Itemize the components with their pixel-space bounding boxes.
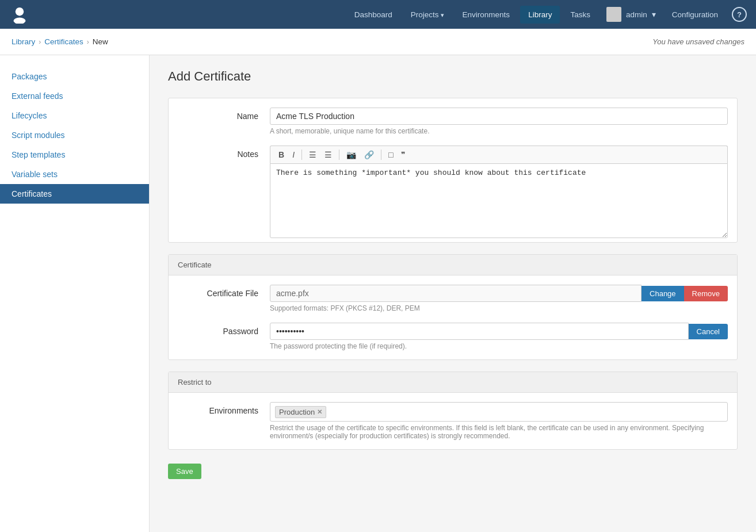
restrict-section: Restrict to Environments Production ✕ Re… (168, 372, 738, 450)
notes-code-button[interactable]: □ (385, 148, 396, 161)
change-cert-button[interactable]: Change (642, 286, 684, 301)
sidebar-item-variable-sets[interactable]: Variable sets (0, 164, 149, 184)
password-row: Password Cancel The password protecting … (178, 323, 728, 350)
breadcrumb: Library › Certificates › New (12, 37, 108, 46)
environments-hint: Restrict the usage of the certificate to… (270, 424, 728, 440)
password-input[interactable] (270, 323, 689, 340)
breadcrumb-sep-1: › (39, 38, 41, 46)
toolbar-sep-1 (301, 150, 302, 160)
sidebar-item-script-modules[interactable]: Script modules (0, 125, 149, 145)
name-row: Name A short, memorable, unique name for… (178, 108, 728, 135)
svg-point-1 (14, 18, 26, 24)
certificate-section-header: Certificate (169, 255, 737, 275)
nav-dashboard[interactable]: Dashboard (346, 6, 400, 24)
toolbar-sep-2 (339, 150, 339, 160)
sidebar-item-packages[interactable]: Packages (0, 67, 149, 86)
toolbar-sep-3 (381, 150, 381, 160)
help-button[interactable]: ? (732, 7, 747, 22)
notes-ol-button[interactable]: ☰ (321, 148, 335, 161)
remove-cert-button[interactable]: Remove (684, 286, 728, 301)
restrict-section-body: Environments Production ✕ Restrict the u… (169, 393, 737, 449)
cert-file-input-group: Change Remove (270, 285, 728, 302)
user-dropdown-icon: ▾ (652, 10, 656, 19)
password-field: Cancel The password protecting the file … (270, 323, 728, 350)
sidebar-item-certificates[interactable]: Certificates (0, 184, 149, 204)
certificate-section: Certificate Certificate File Change Remo… (168, 254, 738, 360)
env-tag-label: Production (279, 408, 315, 416)
sidebar: Packages External feeds Lifecycles Scrip… (0, 55, 150, 532)
top-navigation: Dashboard Projects Environments Library … (0, 0, 756, 29)
cert-file-row: Certificate File Change Remove Supported… (178, 285, 728, 312)
password-label: Password (178, 323, 270, 336)
notes-ul-button[interactable]: ☰ (306, 148, 320, 161)
app-logo[interactable] (9, 4, 30, 25)
env-tag-remove[interactable]: ✕ (317, 408, 322, 416)
password-input-group: Cancel (270, 323, 728, 340)
environments-field: Production ✕ Restrict the usage of the c… (270, 402, 728, 440)
cert-file-hint: Supported formats: PFX (PKCS #12), DER, … (270, 304, 728, 312)
breadcrumb-bar: Library › Certificates › New You have un… (0, 29, 756, 55)
page-layout: Packages External feeds Lifecycles Scrip… (0, 55, 756, 532)
breadcrumb-sep-2: › (87, 38, 89, 46)
notes-row: Notes B I ☰ ☰ 📷 🔗 □ ❞ (178, 146, 728, 240)
env-tag-production: Production ✕ (275, 406, 326, 418)
user-name: admin (626, 10, 647, 19)
notes-toolbar: B I ☰ ☰ 📷 🔗 □ ❞ (270, 146, 728, 163)
name-field: A short, memorable, unique name for this… (270, 108, 728, 135)
breadcrumb-certificates[interactable]: Certificates (44, 37, 83, 46)
environments-tag-input[interactable]: Production ✕ (270, 402, 728, 422)
page-title: Add Certificate (168, 69, 738, 84)
user-avatar (606, 7, 621, 22)
cert-file-field: Change Remove Supported formats: PFX (PK… (270, 285, 728, 312)
cert-file-input[interactable] (270, 285, 642, 302)
notes-bold-button[interactable]: B (275, 148, 288, 161)
notes-italic-button[interactable]: I (289, 148, 298, 161)
svg-point-0 (16, 7, 24, 16)
nav-environments[interactable]: Environments (455, 6, 518, 24)
notes-image-button[interactable]: 📷 (343, 148, 360, 161)
nav-links: Dashboard Projects Environments Library … (346, 3, 747, 25)
cert-file-label: Certificate File (178, 285, 270, 298)
sidebar-item-step-templates[interactable]: Step templates (0, 145, 149, 164)
save-button[interactable]: Save (168, 464, 201, 479)
breadcrumb-current: New (93, 37, 108, 46)
main-content: Add Certificate Name A short, memorable,… (150, 55, 756, 532)
notes-field: B I ☰ ☰ 📷 🔗 □ ❞ There is something *impo… (270, 146, 728, 240)
user-menu[interactable]: admin ▾ (601, 3, 662, 25)
notes-textarea[interactable]: There is something *important* you shoul… (270, 163, 728, 238)
certificate-section-body: Certificate File Change Remove Supported… (169, 275, 737, 359)
environments-row: Environments Production ✕ Restrict the u… (178, 402, 728, 440)
save-row: Save (168, 464, 738, 479)
notes-label: Notes (178, 146, 270, 159)
unsaved-changes-message: You have unsaved changes (652, 37, 744, 46)
nav-projects[interactable]: Projects (403, 6, 452, 24)
nav-tasks[interactable]: Tasks (562, 6, 598, 24)
notes-blockquote-button[interactable]: ❞ (398, 148, 409, 161)
name-input[interactable] (270, 108, 728, 125)
nav-library[interactable]: Library (520, 6, 560, 24)
environments-label: Environments (178, 402, 270, 415)
sidebar-item-external-feeds[interactable]: External feeds (0, 86, 149, 106)
password-cancel-button[interactable]: Cancel (689, 324, 728, 339)
name-hint: A short, memorable, unique name for this… (270, 127, 728, 135)
password-hint: The password protecting the file (if req… (270, 342, 728, 350)
restrict-section-header: Restrict to (169, 372, 737, 393)
nav-configuration[interactable]: Configuration (664, 6, 726, 24)
sidebar-item-lifecycles[interactable]: Lifecycles (0, 106, 149, 125)
notes-link-button[interactable]: 🔗 (361, 148, 377, 161)
breadcrumb-library[interactable]: Library (12, 37, 35, 46)
name-label: Name (178, 108, 270, 121)
